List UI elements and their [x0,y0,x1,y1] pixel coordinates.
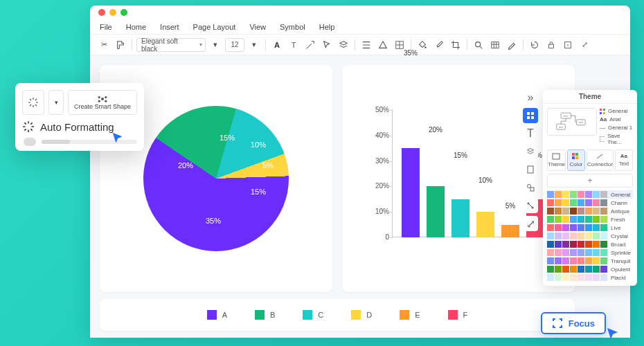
rail-collapse[interactable]: » [523,90,538,105]
bar: 10% [476,212,494,237]
rail-page[interactable] [523,162,538,177]
svg-rect-28 [603,109,605,111]
svg-point-1 [424,46,427,48]
theme-preview[interactable]: texttexttext [547,108,597,136]
expand-button[interactable]: ⤢ [578,38,591,52]
menu-page-layout[interactable]: Page Layout [193,23,236,31]
menu-symbol[interactable]: Symbol [280,23,305,31]
font-dropdown[interactable]: ▾ [208,38,222,52]
search-button[interactable] [472,38,485,52]
align-button[interactable] [359,38,373,52]
legend-swatch [207,310,217,320]
font-size-dropdown[interactable]: ▾ [247,38,261,52]
menu-insert[interactable]: Insert [160,23,179,31]
color-swatch [547,191,554,198]
font-color-button[interactable]: A [270,38,284,52]
color-swatch [600,274,607,281]
legend-item[interactable]: A [207,310,227,320]
theme-name: Fresh [611,217,633,223]
side-rail: » T ⤢ [523,90,541,231]
theme-row[interactable]: Charm [547,199,633,207]
theme-tab-theme[interactable]: Theme [547,149,566,171]
theme-tab-text[interactable]: AaText [615,149,633,171]
color-swatch [562,208,569,215]
color-swatch [585,224,592,231]
bar-value-label: 20% [427,126,445,134]
legend-item[interactable]: F [448,310,468,320]
maximize-window-button[interactable] [120,9,127,16]
warn-button[interactable] [376,38,390,52]
cut-button[interactable]: ✂ [97,38,111,52]
history-button[interactable] [528,38,542,52]
theme-name: Broad [611,242,633,248]
crop-button[interactable] [449,38,463,52]
lock-button[interactable] [544,38,558,52]
color-swatch [562,199,569,206]
theme-name: Sprinkle [611,250,633,256]
menu-help[interactable]: Help [319,23,335,31]
theme-side-general1[interactable]: —General 1 [600,125,633,131]
pie-slice-label: 15% [251,188,266,196]
legend-swatch [255,310,265,320]
theme-row[interactable]: Tranquil [547,257,633,265]
menu-view[interactable]: View [249,23,266,31]
auto-formatting-popup: ▾ Create Smart Shape Auto Formatting [15,83,144,151]
color-swatch [562,249,569,256]
theme-row[interactable]: Sprinkle [547,248,633,257]
legend-item[interactable]: E [400,310,420,320]
svg-rect-15 [531,116,534,119]
theme-row[interactable]: General [547,190,633,199]
menu-home[interactable]: Home [126,23,146,31]
theme-row[interactable]: Opulent [547,265,633,273]
svg-rect-16 [528,166,533,173]
legend-item[interactable]: D [351,310,372,320]
font-size[interactable]: 12 [225,38,244,52]
create-smart-shape-button[interactable]: Create Smart Shape [68,90,137,115]
rail-text[interactable]: T [523,126,538,141]
legend-item[interactable]: B [255,310,275,320]
rail-expand[interactable]: ⤢ [523,216,538,231]
rail-layers[interactable] [523,144,538,159]
theme-tab-color[interactable]: Color [567,149,585,171]
sparkle-button[interactable] [22,90,44,115]
sparkle-dropdown[interactable]: ▾ [48,90,64,115]
theme-side-general[interactable]: General [600,108,633,114]
pen-button[interactable] [505,38,519,52]
connector-button[interactable] [303,38,317,52]
pie-slice-label: 35% [206,217,221,225]
close-window-button[interactable] [98,9,105,16]
theme-row[interactable]: Broad [547,240,633,248]
paint-button[interactable] [114,38,127,52]
legend: ABCDEF [100,299,575,331]
theme-add-button[interactable]: + [547,174,633,188]
color-swatch [593,274,600,281]
theme-tab-connector[interactable]: Connector [587,149,614,171]
menu-file[interactable]: File [100,23,112,31]
y-axis-tick: 50% [368,106,389,113]
color-swatch [600,199,607,206]
rail-shapes[interactable] [523,180,538,195]
pointer-button[interactable] [320,38,334,52]
focus-button[interactable]: Focus [541,312,606,334]
legend-item[interactable]: C [303,310,323,320]
table-button[interactable] [488,38,502,52]
font-select[interactable]: Elegant soft black [136,38,206,52]
theme-row[interactable]: Live [547,224,633,232]
rail-connectors[interactable] [523,198,538,213]
theme-row[interactable]: Fresh [547,215,633,224]
layers-button[interactable] [337,38,350,52]
text-button[interactable]: T [287,38,301,52]
color-swatch [600,249,607,256]
theme-row[interactable]: Antique [547,207,633,215]
theme-row[interactable]: Crystal [547,232,633,240]
legend-swatch [303,310,312,320]
rail-grid[interactable] [523,108,538,123]
theme-side-save[interactable]: Save The... [600,133,633,145]
color-swatch [585,249,592,256]
eyedropper-button[interactable] [432,38,446,52]
theme-row[interactable]: Placid [547,273,633,282]
theme-side-font[interactable]: AaArial [600,116,633,122]
minimize-window-button[interactable] [109,9,116,16]
overflow-button[interactable] [561,38,575,52]
color-swatch [578,208,584,215]
